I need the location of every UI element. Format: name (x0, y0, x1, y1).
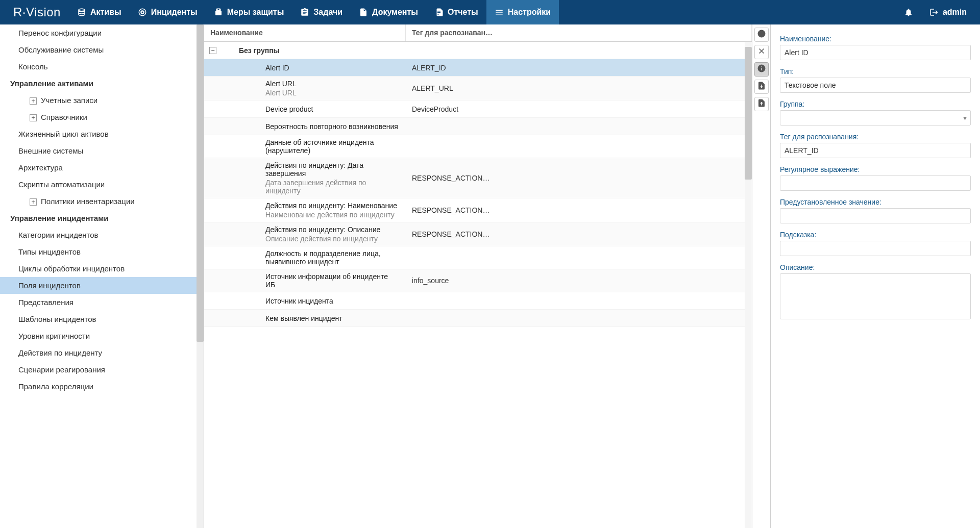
prop-group-select[interactable] (780, 110, 971, 125)
table-row[interactable]: Источник инцидента (204, 292, 752, 310)
sidebar-item[interactable]: Скрипты автоматизации (0, 176, 197, 193)
export-button[interactable] (754, 80, 769, 94)
sidebar-item[interactable]: +Политики инвентаризации (0, 193, 197, 210)
prop-type-input[interactable] (780, 78, 971, 93)
row-tag: RESPONSE_ACTION… (406, 203, 752, 217)
nav-clipboard[interactable]: Задачи (292, 0, 351, 24)
tree-expander-icon[interactable]: + (30, 97, 37, 105)
row-tag (406, 123, 752, 130)
table-row[interactable]: Alert URLAlert URLALERT_URL (204, 77, 752, 100)
col-header-tag[interactable]: Тег для распознаван… (406, 24, 752, 41)
center-panel: Наименование Тег для распознаван… −Без г… (204, 24, 980, 528)
sidebar-item[interactable]: Внешние системы (0, 142, 197, 159)
row-subtitle: Наименование действия по инциденту (265, 211, 400, 219)
prop-preset-input[interactable] (780, 208, 971, 223)
sidebar-item[interactable]: Категории инцидентов (0, 227, 197, 243)
row-tag (406, 143, 752, 149)
notifications-button[interactable] (896, 8, 921, 17)
row-name: Данные об источнике инцидента (нарушител… (265, 138, 400, 155)
user-menu[interactable]: admin (921, 8, 975, 17)
nav-database[interactable]: Активы (69, 0, 130, 24)
info-button[interactable] (754, 62, 769, 77)
table-row[interactable]: Alert IDALERT_ID (204, 59, 752, 77)
nav-shield-doc[interactable]: Меры защиты (206, 0, 292, 24)
report-icon (434, 8, 444, 17)
delete-button[interactable] (754, 45, 769, 59)
nav-document[interactable]: Документы (351, 0, 426, 24)
sidebar-item[interactable]: Шаблоны инцидентов (0, 311, 197, 328)
sidebar-item[interactable]: Архитектура (0, 159, 197, 176)
main-nav: АктивыИнцидентыМеры защитыЗадачиДокумент… (69, 0, 896, 24)
sidebar-item[interactable]: +Справочники (0, 109, 197, 125)
sidebar-item[interactable]: Типы инцидентов (0, 243, 197, 260)
row-name: Alert ID (265, 64, 400, 72)
row-tag: info_source (406, 273, 752, 288)
row-tag: ALERT_URL (406, 81, 752, 95)
table-row[interactable]: Действия по инциденту: Дата завершенияДа… (204, 158, 752, 198)
sidebar-item[interactable]: Действия по инциденту (0, 344, 197, 361)
sidebar-label: Циклы обработки инцидентов (18, 264, 125, 273)
row-subtitle: Alert URL (265, 89, 400, 97)
tree-expander-icon[interactable]: + (30, 198, 37, 206)
nav-report[interactable]: Отчеты (426, 0, 486, 24)
prop-desc-label: Описание: (780, 263, 971, 271)
sidebar-scroll-thumb[interactable] (197, 24, 204, 342)
prop-regex-input[interactable] (780, 175, 971, 191)
nav-menu[interactable]: Настройки (486, 0, 559, 24)
sidebar-item[interactable]: Консоль (0, 58, 197, 75)
add-button[interactable] (754, 28, 769, 42)
sidebar-label: Обслуживание системы (18, 45, 104, 54)
sidebar-label: Архитектура (18, 163, 63, 172)
nav-target[interactable]: Инциденты (130, 0, 206, 24)
plus-icon (757, 29, 766, 40)
table-row[interactable]: Действия по инциденту: ОписаниеОписание … (204, 222, 752, 246)
clipboard-icon (300, 8, 309, 17)
group-row[interactable]: −Без группы (204, 42, 752, 59)
col-header-name[interactable]: Наименование (204, 24, 406, 41)
row-tag (406, 315, 752, 321)
sidebar-item[interactable]: Поля инцидентов (0, 277, 197, 294)
prop-desc-textarea[interactable] (780, 273, 971, 319)
prop-tag-input[interactable] (780, 143, 971, 158)
sidebar-label: Категории инцидентов (18, 231, 99, 239)
sidebar-label: Действия по инциденту (18, 348, 102, 357)
sidebar-label: Шаблоны инцидентов (18, 315, 96, 323)
sidebar-item[interactable]: Сценарии реагирования (0, 361, 197, 378)
prop-name-input[interactable] (780, 45, 971, 60)
table-row[interactable]: Данные об источнике инцидента (нарушител… (204, 135, 752, 158)
sidebar-item[interactable]: Обслуживание системы (0, 41, 197, 58)
row-name: Вероятность повторного возникновения (265, 122, 400, 131)
row-name: Кем выявлен инцидент (265, 314, 400, 322)
table-row[interactable]: Должность и подразделение лица, выявивше… (204, 246, 752, 269)
table-row[interactable]: Device productDeviceProduct (204, 100, 752, 118)
sidebar-scrollbar[interactable] (197, 24, 204, 528)
group-name: Без группы (239, 46, 280, 55)
prop-hint-input[interactable] (780, 241, 971, 256)
sidebar-label: Учетные записи (41, 96, 97, 105)
sidebar-item[interactable]: Жизненный цикл активов (0, 125, 197, 142)
database-icon (77, 8, 86, 17)
sidebar-item[interactable]: Управление активами (0, 75, 197, 92)
sidebar-item[interactable]: Перенос конфигурации (0, 24, 197, 41)
row-name: Действия по инциденту: Описание (265, 225, 400, 234)
sidebar-item[interactable]: Циклы обработки инцидентов (0, 260, 197, 277)
import-button[interactable] (754, 97, 769, 111)
sidebar-item[interactable]: Правила корреляции (0, 378, 197, 395)
nav-label: Документы (372, 8, 418, 17)
sidebar-item[interactable]: Уровни критичности (0, 328, 197, 344)
table-row[interactable]: Источник информации об инциденте ИБinfo_… (204, 269, 752, 292)
grid-scrollbar[interactable] (745, 42, 752, 528)
sidebar-label: Консоль (18, 62, 48, 71)
table-row[interactable]: Кем выявлен инцидент (204, 310, 752, 327)
prop-preset-label: Предустановленное значение: (780, 198, 971, 206)
table-row[interactable]: Вероятность повторного возникновения (204, 118, 752, 135)
logo: R·Vision (5, 5, 69, 19)
sidebar-item[interactable]: Представления (0, 294, 197, 311)
grid-scroll-thumb[interactable] (745, 47, 752, 180)
tree-expander-icon[interactable]: + (30, 114, 37, 121)
sidebar-item[interactable]: Управление инцидентами (0, 210, 197, 227)
sidebar-label: Перенос конфигурации (18, 29, 102, 37)
table-row[interactable]: Действия по инциденту: НаименованиеНаиме… (204, 198, 752, 222)
group-collapse-icon[interactable]: − (209, 47, 216, 54)
sidebar-item[interactable]: +Учетные записи (0, 92, 197, 109)
